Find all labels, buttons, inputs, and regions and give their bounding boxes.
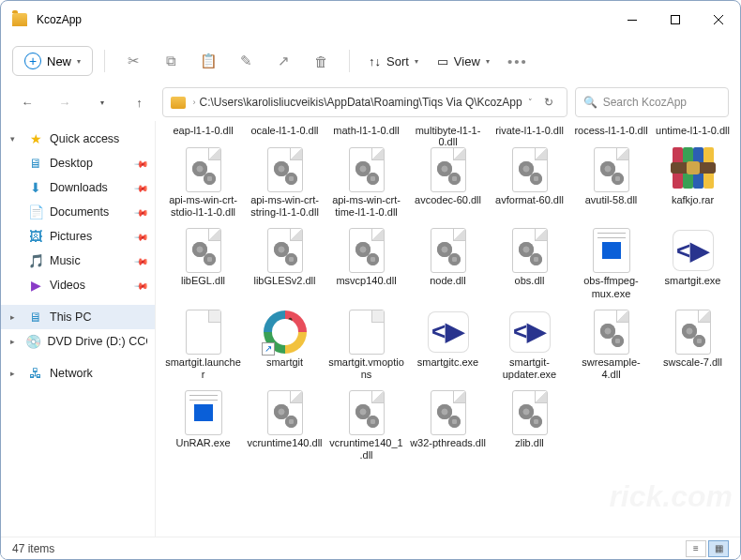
recent-button[interactable]: ▾: [87, 87, 117, 117]
file-item[interactable]: api-ms-win-crt-stdio-l1-1-0.dll: [163, 144, 243, 220]
file-item[interactable]: <▶smartgitc.exe: [408, 306, 488, 383]
copy-icon[interactable]: ⧉: [154, 44, 188, 78]
file-item[interactable]: msvcp140.dll: [326, 224, 406, 301]
file-label: smartgit.launcher: [165, 356, 241, 381]
sidebar-this-pc[interactable]: ▸ 🖥 This PC: [1, 305, 155, 329]
sidebar-item-label: Downloads: [50, 181, 108, 194]
titlebar: KcozApp: [1, 1, 740, 38]
close-button[interactable]: [697, 1, 740, 38]
file-pane[interactable]: eap-l1-1-0.dllocale-l1-1-0.dllmath-l1-1-…: [156, 121, 740, 540]
file-label: UnRAR.exe: [175, 437, 230, 449]
file-item[interactable]: vcruntime140_1.dll: [326, 386, 406, 463]
sidebar-network[interactable]: ▸ 🖧 Network: [1, 361, 155, 386]
file-item[interactable]: ↗smartgit: [245, 306, 325, 383]
file-item[interactable]: libEGL.dll: [163, 224, 243, 301]
file-item[interactable]: swscale-7.dll: [653, 306, 733, 383]
sort-button[interactable]: ↑↓ Sort ▾: [361, 49, 426, 74]
file-icon: <▶: [667, 226, 719, 275]
sidebar-item-label: Videos: [50, 279, 85, 292]
pictures-icon: 🖼: [27, 229, 44, 244]
sidebar-item-videos[interactable]: ▶ Videos 📌: [1, 273, 155, 297]
sidebar-item-downloads[interactable]: ⬇ Downloads 📌: [1, 175, 155, 200]
file-icon: [667, 145, 719, 194]
new-button[interactable]: + New ▾: [12, 46, 93, 76]
address-row: ← → ▾ ↑ › C:\Users\karolisliucveikis\App…: [1, 83, 740, 121]
chevron-right-icon: ▸: [10, 312, 22, 322]
file-label: api-ms-win-crt-string-l1-1-0.dll: [247, 194, 323, 219]
maximize-button[interactable]: [654, 1, 697, 38]
sidebar-dvd[interactable]: ▸ 💿 DVD Drive (D:) CCCC: [1, 329, 155, 354]
file-item[interactable]: api-ms-win-crt-string-l1-1-0.dll: [245, 144, 325, 220]
file-item[interactable]: avformat-60.dll: [490, 144, 569, 220]
chevron-right-icon: ▸: [10, 337, 20, 346]
file-label: swscale-7.dll: [663, 356, 722, 369]
chevron-right-icon: ▸: [10, 369, 22, 378]
file-label: smartgit-updater.exe: [491, 356, 567, 381]
statusbar: 47 items ≡ ▦: [1, 537, 740, 559]
sidebar-item-music[interactable]: 🎵 Music 📌: [1, 249, 155, 273]
sidebar-item-label: Documents: [50, 205, 109, 219]
file-item[interactable]: node.dll: [408, 224, 488, 301]
paste-icon[interactable]: 📋: [191, 44, 225, 78]
rename-icon[interactable]: ✎: [229, 44, 263, 78]
disc-icon: 💿: [25, 334, 41, 349]
file-item[interactable]: vcruntime140.dll: [245, 386, 325, 463]
sort-label: Sort: [386, 54, 409, 68]
chevron-down-icon[interactable]: ˅: [522, 98, 538, 107]
file-icon: [422, 226, 475, 275]
file-item[interactable]: zlib.dll: [490, 386, 569, 463]
file-label: libEGL.dll: [181, 275, 225, 287]
file-item[interactable]: avutil-58.dll: [571, 144, 651, 220]
up-button[interactable]: ↑: [125, 87, 155, 117]
share-icon[interactable]: ↗: [266, 44, 300, 78]
file-item[interactable]: obs.dll: [490, 224, 569, 301]
sidebar-quick-access[interactable]: ▾ ★ Quick access: [1, 127, 155, 151]
star-icon: ★: [27, 131, 44, 146]
quick-access-label: Quick access: [50, 132, 119, 145]
chevron-down-icon: ▾: [486, 57, 490, 66]
file-item[interactable]: libGLESv2.dll: [245, 224, 325, 301]
file-label: obs-ffmpeg-mux.exe: [573, 275, 649, 299]
file-item[interactable]: kafkjo.rar: [653, 144, 733, 220]
sidebar-item-desktop[interactable]: 🖥 Desktop 📌: [1, 151, 155, 175]
pin-icon: 📌: [134, 180, 149, 195]
file-item[interactable]: obs-ffmpeg-mux.exe: [571, 224, 651, 301]
file-item[interactable]: smartgit.launcher: [163, 306, 243, 383]
chevron-right-icon: ›: [193, 98, 196, 107]
file-label: avcodec-60.dll: [415, 194, 481, 206]
sidebar-item-pictures[interactable]: 🖼 Pictures 📌: [1, 224, 155, 249]
file-icon: [340, 308, 393, 356]
forward-button[interactable]: →: [50, 87, 80, 117]
file-item[interactable]: <▶smartgit.exe: [653, 224, 733, 301]
file-item[interactable]: smartgit.vmoptions: [326, 306, 406, 383]
item-count: 47 items: [12, 542, 54, 555]
more-icon[interactable]: •••: [501, 44, 535, 78]
file-icon: [177, 388, 230, 437]
file-label: w32-pthreads.dll: [410, 437, 486, 449]
file-item[interactable]: swresample-4.dll: [571, 306, 651, 383]
network-icon: 🖧: [27, 366, 44, 381]
view-button[interactable]: ▭ View ▾: [430, 49, 497, 74]
cut-icon[interactable]: ✂: [116, 44, 150, 78]
pin-icon: 📌: [134, 278, 149, 293]
file-item[interactable]: UnRAR.exe: [163, 386, 243, 463]
file-icon: [585, 226, 638, 275]
refresh-icon[interactable]: ↻: [538, 96, 559, 109]
icons-view-button[interactable]: ▦: [708, 540, 729, 557]
chevron-down-icon: ▾: [10, 134, 22, 144]
file-label: smartgitc.exe: [417, 356, 478, 369]
file-item[interactable]: api-ms-win-crt-time-l1-1-0.dll: [326, 144, 406, 220]
file-item[interactable]: w32-pthreads.dll: [408, 386, 488, 463]
delete-icon[interactable]: 🗑: [304, 44, 338, 78]
toolbar: + New ▾ ✂ ⧉ 📋 ✎ ↗ 🗑 ↑↓ Sort ▾ ▭ View ▾ •…: [1, 38, 740, 83]
back-button[interactable]: ←: [12, 87, 42, 117]
pin-icon: 📌: [134, 156, 149, 171]
search-input[interactable]: 🔍 Search KcozApp: [575, 87, 729, 117]
details-view-button[interactable]: ≡: [686, 540, 706, 557]
file-item[interactable]: <▶smartgit-updater.exe: [490, 306, 569, 383]
sidebar-item-documents[interactable]: 📄 Documents 📌: [1, 200, 155, 224]
minimize-button[interactable]: [611, 1, 654, 38]
address-bar[interactable]: › C:\Users\karolisliucveikis\AppData\Roa…: [162, 87, 567, 117]
file-icon: [422, 388, 475, 437]
file-item[interactable]: avcodec-60.dll: [408, 144, 488, 220]
